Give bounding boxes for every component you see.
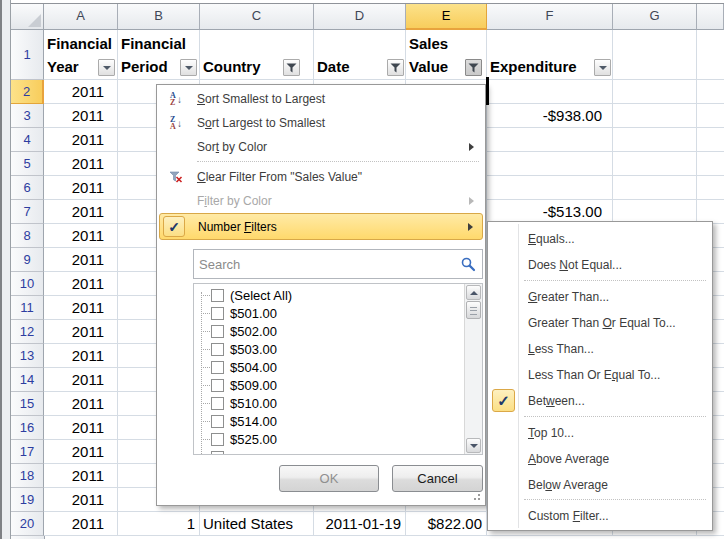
cell-g2[interactable] <box>613 80 697 104</box>
cell-a18[interactable]: 2011 <box>44 464 118 488</box>
cell-a20[interactable]: 2011 <box>44 512 118 536</box>
list-item[interactable]: $501.00 <box>194 304 465 322</box>
row-header-14[interactable]: 14 <box>11 368 44 392</box>
column-header-C[interactable]: C <box>200 4 314 30</box>
row-header-7[interactable]: 7 <box>11 200 44 224</box>
row-header-5[interactable]: 5 <box>11 152 44 176</box>
column-header-A[interactable]: A <box>44 4 118 30</box>
search-icon[interactable] <box>461 257 476 272</box>
scroll-up-button[interactable] <box>466 285 481 300</box>
cell-c1[interactable]: Country <box>200 30 314 80</box>
column-header-F[interactable]: F <box>487 4 613 30</box>
cell-f2[interactable] <box>487 80 613 104</box>
checkbox[interactable] <box>211 379 224 392</box>
column-header-G[interactable]: G <box>613 4 697 30</box>
cell-b1[interactable]: Financial Period <box>118 30 200 80</box>
row-header-10[interactable]: 10 <box>11 272 44 296</box>
list-item[interactable]: $502.00 <box>194 322 465 340</box>
submenu-item-above-average[interactable]: Above Average <box>490 446 710 472</box>
row-header-18[interactable]: 18 <box>11 464 44 488</box>
cell-a3[interactable]: 2011 <box>44 104 118 128</box>
cell-a4[interactable]: 2011 <box>44 128 118 152</box>
checkbox[interactable] <box>211 325 224 338</box>
cell-a8[interactable]: 2011 <box>44 224 118 248</box>
filter-dropdown-button-a[interactable] <box>98 59 115 76</box>
scrollbar-thumb[interactable] <box>466 301 481 319</box>
checkbox[interactable] <box>211 361 224 374</box>
list-item[interactable]: $514.00 <box>194 412 465 430</box>
cell-pad2[interactable] <box>697 80 724 104</box>
submenu-item-custom-filter[interactable]: Custom Filter... <box>490 503 710 529</box>
submenu-item-less-than-or-equal[interactable]: Less Than Or Equal To... <box>490 362 710 388</box>
list-item[interactable]: $509.00 <box>194 376 465 394</box>
cell-b20[interactable]: 1 <box>118 512 200 536</box>
row-header-17[interactable]: 17 <box>11 440 44 464</box>
column-header-E[interactable]: E <box>406 4 487 30</box>
submenu-item-below-average[interactable]: Below Average <box>490 472 710 498</box>
cell-a7[interactable]: 2011 <box>44 200 118 224</box>
checkbox[interactable] <box>211 433 224 446</box>
filter-dropdown-button-b[interactable] <box>180 59 197 76</box>
submenu-item-greater-than-or-equal[interactable]: Greater Than Or Equal To... <box>490 310 710 336</box>
resize-grip[interactable] <box>470 490 482 502</box>
cell-g3[interactable] <box>613 104 697 128</box>
row-header-20[interactable]: 20 <box>11 512 44 536</box>
cancel-button[interactable]: Cancel <box>392 465 483 492</box>
checkbox[interactable] <box>211 307 224 320</box>
row-header-11[interactable]: 11 <box>11 296 44 320</box>
cell-d20[interactable]: 2011-01-19 <box>314 512 406 536</box>
menu-item-sort-largest-to-smallest[interactable]: ZA↓ Sort Largest to Smallest <box>159 111 483 135</box>
list-item[interactable]: $525.00 <box>194 430 465 448</box>
column-header-B[interactable]: B <box>118 4 200 30</box>
menu-item-clear-filter[interactable]: Clear Filter From "Sales Value" <box>159 165 483 189</box>
cell-g1[interactable] <box>613 30 697 80</box>
filter-applied-button-d[interactable] <box>387 59 404 76</box>
submenu-item-between[interactable]: Between... <box>490 388 710 414</box>
cell-f6[interactable] <box>487 176 613 200</box>
checkbox[interactable] <box>211 289 224 302</box>
cell-f3[interactable]: -$938.00 <box>487 104 613 128</box>
row-header-8[interactable]: 8 <box>11 224 44 248</box>
cell-f4[interactable] <box>487 128 613 152</box>
cell-pad4[interactable] <box>697 128 724 152</box>
filter-applied-button-e-open[interactable] <box>465 59 482 76</box>
cell-a13[interactable]: 2011 <box>44 344 118 368</box>
cell-pad6[interactable] <box>697 176 724 200</box>
row-header-6[interactable]: 6 <box>11 176 44 200</box>
cell-a6[interactable]: 2011 <box>44 176 118 200</box>
submenu-item-greater-than[interactable]: Greater Than... <box>490 284 710 310</box>
cell-g6[interactable] <box>613 176 697 200</box>
cell-a2[interactable]: 2011 <box>44 80 118 104</box>
cell-a17[interactable]: 2011 <box>44 440 118 464</box>
cell-a15[interactable]: 2011 <box>44 392 118 416</box>
ok-button[interactable]: OK <box>279 465 379 492</box>
menu-item-sort-by-color[interactable]: Sort by Color <box>159 135 483 159</box>
column-header-D[interactable]: D <box>314 4 406 30</box>
filter-dropdown-button-f[interactable] <box>594 59 611 76</box>
row-header-12[interactable]: 12 <box>11 320 44 344</box>
menu-item-sort-smallest-to-largest[interactable]: AZ↓ Sort Smallest to Largest <box>159 87 483 111</box>
cell-c20[interactable]: United States <box>200 512 314 536</box>
cell-a16[interactable]: 2011 <box>44 416 118 440</box>
checkbox[interactable] <box>211 397 224 410</box>
scroll-down-button[interactable] <box>466 438 481 453</box>
filter-applied-button-c[interactable] <box>283 59 300 76</box>
cell-pad5[interactable] <box>697 152 724 176</box>
list-item[interactable]: $504.00 <box>194 358 465 376</box>
cell-pad3[interactable] <box>697 104 724 128</box>
cell-e20[interactable]: $822.00 <box>406 512 487 536</box>
list-item[interactable]: $510.00 <box>194 394 465 412</box>
cell-pad1[interactable] <box>697 30 724 80</box>
cell-a9[interactable]: 2011 <box>44 248 118 272</box>
cell-a12[interactable]: 2011 <box>44 320 118 344</box>
checkbox[interactable] <box>211 343 224 356</box>
row-header-2[interactable]: 2 <box>11 80 44 104</box>
row-header-9[interactable]: 9 <box>11 248 44 272</box>
row-header-15[interactable]: 15 <box>11 392 44 416</box>
submenu-item-top-10[interactable]: Top 10... <box>490 420 710 446</box>
cell-f1[interactable]: Expenditure <box>487 30 613 80</box>
cell-a1[interactable]: Financial Year <box>44 30 118 80</box>
cell-a14[interactable]: 2011 <box>44 368 118 392</box>
list-item[interactable]: (Select All) <box>194 286 465 304</box>
cell-f5[interactable] <box>487 152 613 176</box>
